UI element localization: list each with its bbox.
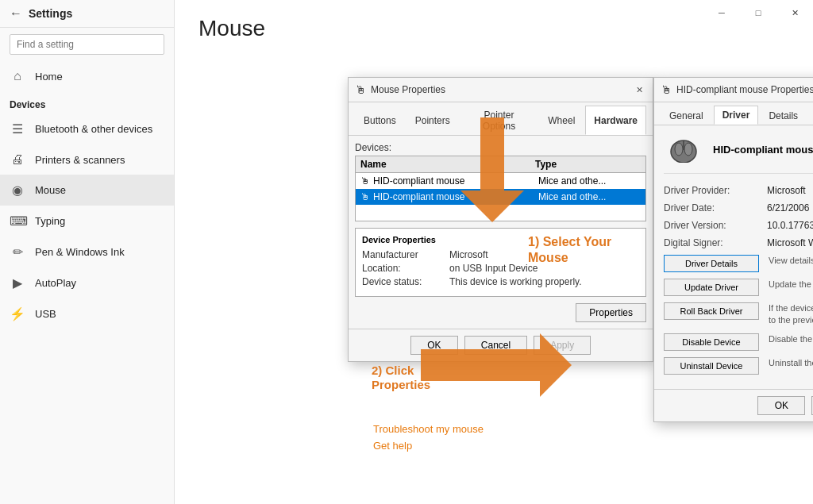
tab-buttons[interactable]: Buttons bbox=[355, 106, 405, 135]
update-driver-desc: Update the driver for this device. bbox=[769, 279, 813, 290]
hid-props-tabs: General Driver Details Events bbox=[654, 102, 813, 125]
sidebar-item-printers[interactable]: 🖨 Printers & scanners bbox=[0, 144, 174, 175]
hid-digital-signer: Digital Signer: Microsoft Windows bbox=[664, 237, 813, 248]
sidebar-item-bluetooth[interactable]: ☰ Bluetooth & other devices bbox=[0, 113, 174, 144]
uninstall-device-desc: Uninstall the device from the system (Ad… bbox=[769, 357, 813, 369]
mouse-props-titlebar: 🖱 Mouse Properties ✕ bbox=[349, 78, 653, 102]
hid-digital-signer-label: Digital Signer: bbox=[664, 237, 767, 248]
properties-button[interactable]: Properties bbox=[576, 303, 646, 322]
sidebar-top: ← Settings bbox=[0, 0, 174, 28]
hid-digital-signer-value: Microsoft Windows bbox=[767, 237, 813, 248]
hid-driver-provider-value: Microsoft bbox=[767, 185, 806, 196]
hid-driver-provider-label: Driver Provider: bbox=[664, 185, 767, 196]
get-help-link[interactable]: Get help bbox=[373, 440, 484, 452]
bluetooth-icon: ☰ bbox=[10, 121, 25, 137]
sidebar-item-mouse[interactable]: ◉ Mouse bbox=[0, 175, 174, 206]
hid-tab-events[interactable]: Events bbox=[808, 106, 813, 125]
hid-props-footer: OK Cancel bbox=[654, 389, 813, 421]
tab-pointer-options[interactable]: Pointer Options bbox=[460, 106, 538, 135]
page-title: Mouse bbox=[198, 16, 789, 41]
search-input[interactable] bbox=[10, 34, 164, 55]
device-name-0: 🖱 HID-compliant mouse bbox=[360, 175, 535, 187]
device-icon-0: 🖱 bbox=[360, 175, 370, 187]
col-type-header: Type bbox=[535, 159, 641, 170]
hid-props-titlebar: 🖱 HID-compliant mouse Properties ✕ bbox=[654, 78, 813, 102]
mouse-props-cancel-btn[interactable]: Cancel bbox=[464, 336, 527, 355]
mouse-props-close-btn[interactable]: ✕ bbox=[632, 83, 646, 97]
hid-tab-general[interactable]: General bbox=[661, 106, 712, 125]
devices-label: Devices: bbox=[355, 142, 646, 153]
hid-properties-window: 🖱 HID-compliant mouse Properties ✕ Gener… bbox=[653, 77, 813, 422]
mouse-graphic bbox=[664, 133, 703, 165]
tab-wheel[interactable]: Wheel bbox=[539, 106, 584, 135]
sidebar-item-home[interactable]: ⌂ Home bbox=[0, 61, 174, 91]
hid-props-title: HID-compliant mouse Properties bbox=[676, 84, 813, 95]
troubleshoot-link[interactable]: Troubleshoot my mouse bbox=[373, 423, 484, 435]
sidebar-item-pen[interactable]: ✏ Pen & Windows Ink bbox=[0, 237, 174, 267]
tab-hardware[interactable]: Hardware bbox=[585, 106, 646, 135]
svg-text:Properties: Properties bbox=[372, 378, 430, 391]
sidebar: ← Settings ⌂ Home Devices ☰ Bluetooth & … bbox=[0, 0, 175, 504]
sidebar-item-bluetooth-label: Bluetooth & other devices bbox=[35, 123, 152, 135]
hid-driver-date-label: Driver Date: bbox=[664, 202, 767, 214]
devices-section: Devices: Name Type 🖱 HID-compliant mouse… bbox=[355, 142, 646, 221]
device-icon-1: 🖱 bbox=[360, 191, 370, 202]
hid-tab-driver[interactable]: Driver bbox=[714, 106, 759, 125]
hid-props-icon: 🖱 bbox=[661, 83, 672, 96]
device-row-0[interactable]: 🖱 HID-compliant mouse Mice and othe... bbox=[356, 173, 645, 189]
home-icon: ⌂ bbox=[10, 69, 25, 83]
sidebar-item-typing[interactable]: ⌨ Typing bbox=[0, 206, 174, 237]
maximize-button[interactable]: □ bbox=[740, 0, 776, 25]
sidebar-item-usb[interactable]: ⚡ USB bbox=[0, 298, 174, 329]
mouse-props-tabs: Buttons Pointers Pointer Options Wheel H… bbox=[349, 102, 653, 136]
hid-action-driver-details: Driver Details View details about the in… bbox=[664, 255, 813, 272]
mouse-props-body: Devices: Name Type 🖱 HID-compliant mouse… bbox=[349, 136, 653, 329]
update-driver-button[interactable]: Update Driver bbox=[664, 279, 759, 296]
hid-driver-version-label: Driver Version: bbox=[664, 220, 767, 231]
sidebar-item-usb-label: USB bbox=[35, 308, 56, 320]
typing-icon: ⌨ bbox=[10, 214, 25, 229]
prop-manufacturer-value: Microsoft bbox=[449, 249, 488, 260]
svg-text:2) Click: 2) Click bbox=[372, 364, 414, 377]
tab-pointers[interactable]: Pointers bbox=[406, 106, 459, 135]
hid-driver-version-value: 10.0.17763.1 bbox=[767, 220, 813, 231]
device-name-1: 🖱 HID-compliant mouse bbox=[360, 191, 535, 202]
main-content: ─ □ ✕ Mouse Troubleshoot my mouse Get he… bbox=[175, 0, 813, 504]
prop-location-value: on USB Input Device bbox=[449, 263, 538, 274]
driver-details-button[interactable]: Driver Details bbox=[664, 255, 759, 272]
minimize-button[interactable]: ─ bbox=[703, 0, 740, 25]
rollback-driver-button[interactable]: Roll Back Driver bbox=[664, 302, 759, 320]
sidebar-item-home-label: Home bbox=[35, 71, 63, 83]
mouse-props-apply-btn[interactable]: Apply bbox=[534, 336, 591, 355]
rollback-driver-desc: If the device fails after updating the d… bbox=[769, 302, 813, 327]
mouse-props-icon: 🖱 bbox=[355, 83, 366, 96]
close-button[interactable]: ✕ bbox=[776, 0, 813, 25]
prop-location-label: Location: bbox=[362, 263, 449, 274]
prop-location: Location: on USB Input Device bbox=[362, 263, 639, 274]
device-row-1[interactable]: 🖱 HID-compliant mouse Mice and othe... bbox=[356, 189, 645, 205]
hid-action-rollback: Roll Back Driver If the device fails aft… bbox=[664, 302, 813, 327]
hid-ok-btn[interactable]: OK bbox=[757, 396, 805, 415]
mouse-props-title: Mouse Properties bbox=[371, 84, 627, 95]
hid-driver-date-value: 6/21/2006 bbox=[767, 202, 809, 214]
hid-tab-details[interactable]: Details bbox=[760, 106, 807, 125]
devices-list: Name Type 🖱 HID-compliant mouse Mice and… bbox=[355, 156, 646, 221]
hid-device-name: HID-compliant mouse bbox=[713, 144, 813, 156]
sidebar-item-typing-label: Typing bbox=[35, 215, 65, 227]
mouse-props-footer: OK Cancel Apply bbox=[349, 329, 653, 361]
prop-status-label: Device status: bbox=[362, 276, 449, 287]
usb-icon: ⚡ bbox=[10, 306, 25, 321]
settings-window-controls: ─ □ ✕ bbox=[703, 0, 813, 25]
mouse-props-ok-btn[interactable]: OK bbox=[410, 336, 458, 355]
device-props-title: Device Properties bbox=[362, 235, 639, 244]
hid-device-header: HID-compliant mouse bbox=[664, 133, 813, 174]
autoplay-icon: ▶ bbox=[10, 275, 25, 290]
app-title: Settings bbox=[29, 7, 72, 20]
uninstall-device-button[interactable]: Uninstall Device bbox=[664, 357, 759, 375]
sidebar-item-autoplay[interactable]: ▶ AutoPlay bbox=[0, 267, 174, 298]
back-button[interactable]: ← bbox=[10, 6, 22, 21]
hid-buttons-section: Driver Details View details about the in… bbox=[664, 255, 813, 375]
svg-point-2 bbox=[675, 143, 683, 156]
disable-device-button[interactable]: Disable Device bbox=[664, 333, 759, 351]
prop-status-value: This device is working properly. bbox=[449, 276, 582, 287]
